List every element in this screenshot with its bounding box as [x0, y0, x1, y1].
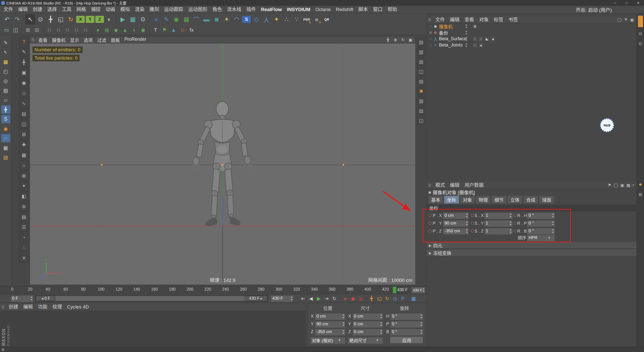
layout-split-icon[interactable]: ◫: [11, 26, 20, 34]
maximize-button[interactable]: □: [621, 0, 632, 6]
om-lock-icon[interactable]: ▣: [630, 17, 634, 22]
panel-tab-icon-9[interactable]: ◫: [417, 116, 425, 125]
material-manager[interactable]: ☰ 创建编辑功能纹理Cycles 4D: [0, 303, 306, 346]
material-manager-menu-5[interactable]: Cycles 4D: [65, 303, 92, 311]
stepper-icon[interactable]: [380, 314, 382, 318]
palette-icon-18[interactable]: ▨: [19, 212, 29, 222]
timeline-tick[interactable]: 160: [151, 287, 158, 292]
timeline-tick[interactable]: 360: [329, 287, 336, 292]
drag-handle-icon[interactable]: ∷: [429, 37, 433, 41]
array-generator-icon[interactable]: ▦: [182, 14, 191, 24]
stepper-icon[interactable]: [465, 221, 468, 225]
position-field[interactable]: 0 cm: [443, 212, 469, 219]
prev-frame-button[interactable]: ◀: [308, 295, 314, 302]
material-manager-menu-3[interactable]: 功能: [35, 303, 50, 311]
model-mode-icon[interactable]: ◎: [1, 77, 10, 85]
panel-tab-icon-1[interactable]: ▤: [417, 38, 425, 46]
stepper-icon[interactable]: [30, 296, 33, 300]
dock-panel-icon-1[interactable]: ▤: [638, 29, 643, 38]
material-manager-menu-1[interactable]: 创建: [6, 303, 21, 311]
keyframe-dot[interactable]: [429, 230, 431, 232]
keyframe-dot[interactable]: [471, 214, 474, 217]
record-keyframe-button[interactable]: ●: [342, 295, 348, 302]
palette-icon-2[interactable]: ✎: [19, 47, 29, 57]
menu-18[interactable]: INSYDIUM: [285, 6, 313, 13]
visibility-dots[interactable]: [466, 43, 467, 47]
psr-badge[interactable]: PSR0: [302, 14, 311, 24]
keyframe-dot[interactable]: [514, 230, 516, 232]
workplane-icon[interactable]: ▱: [1, 96, 10, 104]
z-axis-lock-button[interactable]: Z: [95, 16, 104, 23]
panel-tab-icon-4[interactable]: ◫: [417, 67, 425, 76]
modeling-preset-icon-1[interactable]: ●: [94, 26, 102, 34]
palette-icon-19[interactable]: ☰: [19, 223, 29, 232]
start-frame-input[interactable]: 0 F: [10, 295, 33, 302]
fx-icon[interactable]: fx: [187, 26, 196, 34]
timeline-ruler[interactable]: 430 F 430 F 0204060801001201401601802002…: [0, 286, 426, 294]
viewport-menu-6[interactable]: 面板: [109, 37, 122, 43]
select-tool-icon[interactable]: ↖: [26, 14, 35, 24]
snap-magnet-icon[interactable]: U: [178, 26, 187, 34]
menu-17[interactable]: RealFlow: [258, 6, 284, 13]
timeline-tick[interactable]: 420: [382, 287, 389, 292]
timeline-tick[interactable]: 180: [169, 287, 176, 292]
axis-mode-icon[interactable]: ╋: [1, 105, 10, 114]
modeling-preset-icon-5[interactable]: ◗: [130, 26, 138, 34]
attribute-manager-menu-2[interactable]: 编辑: [448, 182, 462, 189]
scale-field[interactable]: 1: [484, 212, 513, 219]
autokey-button[interactable]: ◉: [350, 295, 356, 302]
stepper-icon[interactable]: [422, 288, 425, 292]
am-grid-icon[interactable]: ▦: [626, 183, 630, 188]
rotation-h-input[interactable]: 0 °: [390, 313, 423, 320]
rotation-field[interactable]: 0 °: [527, 220, 555, 227]
camera-object-icon[interactable]: ◙: [212, 14, 221, 24]
viewport-rotate-icon[interactable]: ↻: [400, 37, 406, 43]
timeline-tick[interactable]: 0: [11, 287, 14, 292]
menu-3[interactable]: 创建: [30, 6, 45, 13]
expand-icon[interactable]: ⊞: [429, 31, 433, 34]
palette-icon-14[interactable]: ◍: [19, 171, 29, 180]
stepper-icon[interactable]: [551, 229, 554, 233]
selection-tag-icon[interactable]: ✓: [478, 36, 484, 41]
weight-tag-icon[interactable]: ▲: [491, 36, 496, 41]
record-scale-toggle[interactable]: ◱: [376, 295, 383, 302]
timeline-tick[interactable]: 20: [28, 287, 32, 292]
panel-tab-icon-5[interactable]: ▤: [417, 77, 425, 85]
position-z-input[interactable]: -350 cm: [315, 329, 345, 335]
viewport-pan-icon[interactable]: ╋: [385, 37, 391, 43]
texture-mode-icon[interactable]: ▨: [1, 86, 10, 95]
character-model[interactable]: [177, 99, 267, 243]
viewport-canvas[interactable]: Number of emitters: 0 Total live particl…: [30, 43, 415, 285]
viewport-toggle-icon[interactable]: ▣: [407, 37, 414, 43]
palette-icon-17[interactable]: ⊚: [19, 202, 29, 211]
floor-object-icon[interactable]: ▬: [202, 14, 211, 24]
am-flag-icon[interactable]: ⚑: [608, 183, 611, 188]
palette-icon-12[interactable]: ▦: [19, 150, 29, 160]
selection-dots-icon-4[interactable]: ∷: [72, 26, 81, 34]
palette-icon-4[interactable]: ▣: [19, 68, 29, 77]
keyframe-dot[interactable]: [471, 222, 474, 225]
render-picture-viewer-icon[interactable]: ▦: [128, 14, 138, 24]
attribute-manager-menu-1[interactable]: 模式: [433, 182, 448, 189]
light-object-icon[interactable]: ☀: [222, 14, 231, 24]
modeling-preset-icon-3[interactable]: ◆: [112, 26, 120, 34]
menu-19[interactable]: Octane: [313, 6, 333, 13]
keyframe-dot[interactable]: [514, 214, 516, 217]
palette-icon-20[interactable]: ◔: [19, 233, 29, 242]
y-axis-lock-button[interactable]: Y: [86, 16, 94, 23]
freeze-transform-fold[interactable]: ▶ 冻结变换: [427, 250, 636, 256]
pen-tool-icon[interactable]: ✎: [1, 38, 10, 47]
attribute-manager-menu-3[interactable]: 用户数据: [462, 182, 486, 189]
render-settings-icon[interactable]: ⚙: [138, 14, 148, 24]
record-parameter-toggle[interactable]: ◷: [392, 295, 398, 302]
panel-handle-icon[interactable]: ☰: [0, 305, 6, 309]
rotation-order-dropdown[interactable]: HPR ▼: [527, 235, 555, 241]
palette-icon-8[interactable]: ▤: [19, 109, 29, 118]
keyframe-dot[interactable]: [429, 222, 431, 225]
rotation-field[interactable]: 0 °: [527, 228, 555, 234]
x-axis-lock-button[interactable]: X: [76, 16, 85, 23]
timeline-tick[interactable]: 80: [81, 287, 86, 292]
play-button[interactable]: ▶: [315, 295, 322, 302]
interface-icon-2[interactable]: ⊟: [33, 26, 41, 34]
object-name[interactable]: Beta_Joints: [439, 42, 463, 48]
